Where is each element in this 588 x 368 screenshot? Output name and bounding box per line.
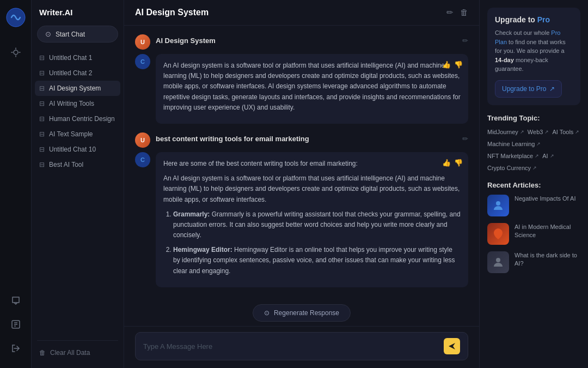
article-thumb-1 [487,195,509,216]
arrow-icon: ↗ [532,165,537,171]
trend-ai[interactable]: AI ↗ [542,152,554,160]
regenerate-area: ⊙ Regenerate Response [124,302,479,326]
thumbs-down-icon[interactable]: 👎 [454,59,463,71]
edit-message-icon-1[interactable]: ✏ [462,34,468,45]
chat-icon: ⊟ [39,69,45,77]
send-button[interactable] [444,338,460,354]
article-thumb-2 [487,223,509,245]
message-input[interactable] [143,342,444,351]
article-medical-science[interactable]: AI in Modern Medical Science [487,223,580,245]
thumbs-down-icon-2[interactable]: 👎 [454,158,463,169]
chat-icon: ⊟ [39,100,45,107]
feedback-icons-1: 👍 👎 [442,59,463,71]
trend-nft[interactable]: NFT Marketplace ↗ [487,152,539,160]
external-link-icon: ↗ [549,85,555,93]
arrow-icon: ↗ [544,129,549,135]
arrow-icon: ↗ [536,141,541,147]
ai-body-2: An AI design system is a software tool o… [163,173,461,205]
recent-articles-section: Recent Articles: Negative Impacts Of AI … [487,181,580,280]
right-panel: Upgrade to Pro Check out our whole Pro P… [479,0,588,368]
app-logo[interactable] [6,8,26,27]
upgrade-box: Upgrade to Pro Check out our whole Pro P… [487,8,580,105]
upgrade-to-pro-button[interactable]: Upgrade to Pro ↗ [495,80,562,98]
user-message-2: U best content writing tools for email m… [135,132,468,148]
chat-icon: ⊟ [39,85,45,92]
bookmark-icon[interactable] [8,317,23,332]
trend-crypto[interactable]: Crypto Currency ↗ [487,164,537,172]
user-avatar-1: U [135,34,150,50]
trend-machine-learning[interactable]: Machine Learning ↗ [487,140,541,148]
article-negative-impacts[interactable]: Negative Impacts Of AI [487,195,580,216]
thumbs-up-icon[interactable]: 👍 [442,59,451,71]
delete-icon[interactable]: 🗑 [460,8,468,17]
ai-content-1: 👍 👎 An AI design system is a software to… [156,54,468,124]
signout-icon[interactable] [8,341,23,356]
chat-icon: ⊟ [39,161,45,168]
arrow-icon: ↗ [550,153,554,159]
message-block-1: U AI Design System ✏ C 👍 👎 An AI design … [135,34,468,124]
trend-ai-tools[interactable]: AI Tools ↗ [552,128,579,136]
trend-midjourney[interactable]: MidJourney ↗ [487,128,524,136]
article-title-2: AI in Modern Medical Science [514,223,580,240]
article-title-1: Negative Impacts Of AI [514,195,576,203]
edit-message-icon-2[interactable]: ✏ [462,132,468,143]
list-item-2: Hemingway Editor: Hemingway Editor is an… [173,245,461,276]
clear-all-data-button[interactable]: 🗑 Clear All Data [32,345,124,360]
icon-bar [0,0,32,368]
chat-title: AI Design System [135,8,209,17]
svg-point-1 [14,50,18,55]
feedback-icon[interactable] [8,293,23,308]
upgrade-desc: Check out our whole Pro Plan to find one… [495,28,573,74]
chat-icon: ⊟ [39,115,45,123]
main-chat-area: AI Design System ✏ 🗑 U AI Design System … [124,0,479,368]
trash-icon: 🗑 [39,349,46,357]
clock-icon: ⊙ [45,30,51,38]
user-message-1: U AI Design System ✏ [135,34,468,50]
chat-icon: ⊟ [39,146,45,153]
header-actions: ✏ 🗑 [446,8,468,17]
upgrade-title: Upgrade to Pro [495,15,573,24]
trending-section: Trending Topic: MidJourney ↗ Web3 ↗ AI T… [487,114,580,172]
ai-message-1: C 👍 👎 An AI design system is a software … [135,54,468,124]
sidebar-item-untitled-2[interactable]: ⊟ Untitled Chat 2 [35,65,120,81]
sidebar-item-best-ai[interactable]: ⊟ Best AI Tool [35,157,120,172]
article-thumb-3 [487,251,509,273]
sidebar-item-untitled-1[interactable]: ⊟ Untitled Chat 1 [35,50,120,65]
sidebar-divider [37,340,118,341]
ai-message-2: C 👍 👎 Here are some of the best content … [135,152,468,287]
thumbs-up-icon-2[interactable]: 👍 [442,158,451,169]
arrow-icon: ↗ [520,129,524,135]
ai-list-2: Grammarly: Grammarly is a powerful writi… [163,209,461,276]
chat-list: ⊟ Untitled Chat 1 ⊟ Untitled Chat 2 ⊟ AI… [32,50,124,336]
svg-point-12 [496,258,500,262]
start-chat-button[interactable]: ⊙ Start Chat [37,26,118,43]
chat-input-area [124,326,479,368]
trend-web3[interactable]: Web3 ↗ [528,128,549,136]
sidebar-item-ai-text[interactable]: ⊟ AI Text Sample [35,126,120,142]
input-wrapper [135,332,468,360]
theme-icon[interactable] [8,45,23,60]
article-dark-side[interactable]: What is the dark side to AI? [487,251,580,273]
chat-header: AI Design System ✏ 🗑 [124,0,479,26]
svg-point-11 [496,201,500,206]
sidebar-item-human-centric[interactable]: ⊟ Human Centric Design [35,111,120,126]
article-title-3: What is the dark side to AI? [514,251,580,268]
sidebar: Writer.AI ⊙ Start Chat ⊟ Untitled Chat 1… [32,0,124,368]
list-item-1: Grammarly: Grammarly is a powerful writi… [173,209,461,241]
ai-text-1: An AI design system is a software tool o… [163,61,461,113]
chat-icon: ⊟ [39,130,45,138]
trending-title: Trending Topic: [487,114,580,122]
recent-articles-title: Recent Articles: [487,181,580,189]
edit-icon[interactable]: ✏ [446,8,454,17]
user-avatar-2: U [135,132,150,148]
sidebar-item-ai-writing[interactable]: ⊟ AI Writing Tools [35,96,120,111]
sidebar-item-ai-design[interactable]: ⊟ AI Design System [35,81,120,96]
ai-intro-2: Here are some of the best content writin… [163,159,461,169]
sidebar-item-untitled-10[interactable]: ⊟ Untitled Chat 10 [35,142,120,157]
sidebar-brand: Writer.AI [32,8,124,26]
ai-avatar-1: C [135,54,150,69]
user-question-2: best content writing tools for email mar… [156,132,457,143]
ai-content-2: 👍 👎 Here are some of the best content wr… [156,152,468,287]
regenerate-button[interactable]: ⊙ Regenerate Response [253,304,351,322]
ai-avatar-2: C [135,152,150,167]
